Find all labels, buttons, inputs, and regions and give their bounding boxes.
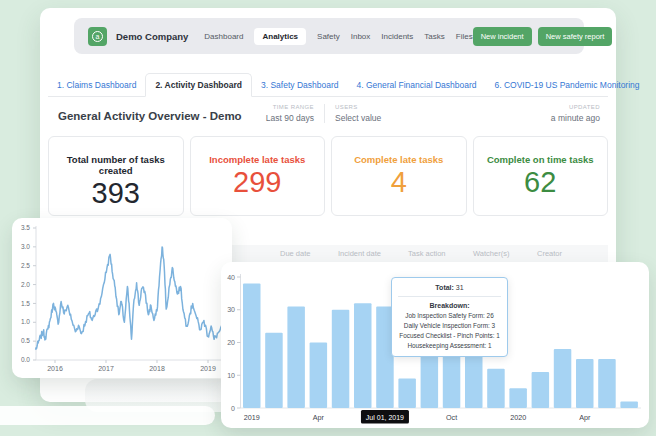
- nav-buttons: New incident New safety report: [473, 27, 613, 46]
- svg-text:3.0: 3.0: [21, 243, 30, 250]
- users-control: USERS Select value: [324, 104, 391, 123]
- nav-item-tasks[interactable]: Tasks: [424, 32, 444, 41]
- stat-label: Incomplete late tasks: [191, 154, 325, 165]
- tooltip-line: Housekeeping Assessment: 1: [394, 341, 505, 351]
- stat-label: Complete on time tasks: [474, 154, 608, 165]
- svg-text:2017: 2017: [98, 365, 114, 372]
- new-safety-report-button[interactable]: New safety report: [538, 27, 613, 46]
- svg-text:2.0: 2.0: [21, 281, 30, 288]
- svg-text:20: 20: [227, 339, 235, 346]
- brand-name: Demo Company: [116, 31, 188, 42]
- stat-card-incomplete-late: Incomplete late tasks 299: [190, 136, 326, 216]
- svg-text:30: 30: [227, 306, 235, 313]
- overview-header: General Activity Overview - Demo TIME RA…: [58, 102, 600, 132]
- stat-card-complete-late: Complete late tasks 4: [331, 136, 467, 216]
- svg-text:2016: 2016: [47, 365, 63, 372]
- dashboard-tabs: 1. Claims Dashboard 2. Activity Dashboar…: [48, 74, 608, 97]
- tooltip-line: Job Inspection Safety Form: 26: [394, 311, 505, 321]
- bar-chart-card: 0102030402019AprJul 01, 2019Oct2020Apr T…: [221, 262, 649, 428]
- nav-item-safety[interactable]: Safety: [317, 32, 340, 41]
- nav-item-analytics[interactable]: Analytics: [254, 28, 306, 45]
- stat-value: 4: [332, 166, 466, 199]
- nav-items: Dashboard Analytics Safety Inbox Inciden…: [204, 28, 472, 45]
- tooltip-total: Total: 31: [394, 284, 505, 291]
- stat-value: 393: [49, 177, 183, 210]
- tooltip-line: Focused Checklist - Pinch Points: 1: [394, 331, 505, 341]
- column-incident-date: Incident date: [338, 245, 381, 262]
- svg-text:2018: 2018: [149, 365, 165, 372]
- column-due-date: Due date: [280, 245, 310, 262]
- tab-safety-dashboard[interactable]: 3. Safety Dashboard: [252, 74, 348, 96]
- svg-text:0.0: 0.0: [21, 356, 30, 363]
- updated-info: UPDATED a minute ago: [551, 104, 600, 123]
- svg-text:1.5: 1.5: [21, 300, 30, 307]
- tab-covid19-monitoring[interactable]: 6. COVID-19 US Pandemic Monitoring: [486, 74, 649, 96]
- new-incident-button[interactable]: New incident: [473, 27, 532, 46]
- column-task-action: Task action: [408, 245, 446, 262]
- users-select[interactable]: Select value: [335, 113, 381, 123]
- updated-value: a minute ago: [551, 113, 600, 123]
- svg-text:0.5: 0.5: [21, 337, 30, 344]
- nav-item-incidents[interactable]: Incidents: [381, 32, 413, 41]
- svg-text:1.0: 1.0: [21, 318, 30, 325]
- background-strip: [0, 406, 215, 425]
- overview-controls: TIME RANGE Last 90 days USERS Select val…: [254, 104, 391, 123]
- tooltip-breakdown-label: Breakdown:: [394, 302, 505, 309]
- tooltip-line: Daily Vehicle Inspection Form: 3: [394, 321, 505, 331]
- page: { "theme": { "background": "#d9ecdf", "a…: [0, 0, 656, 436]
- stat-card-complete-on-time: Complete on time tasks 62: [473, 136, 609, 216]
- top-navbar: a Demo Company Dashboard Analytics Safet…: [74, 18, 584, 54]
- users-label: USERS: [335, 104, 381, 110]
- tab-activity-dashboard[interactable]: 2. Activity Dashboard: [145, 73, 252, 97]
- svg-text:Oct: Oct: [446, 413, 457, 422]
- svg-text:2019: 2019: [200, 365, 216, 372]
- page-title: General Activity Overview - Demo: [58, 110, 242, 122]
- column-creator: Creator: [537, 245, 562, 262]
- svg-text:10: 10: [227, 372, 235, 379]
- logo-letter: a: [92, 31, 103, 42]
- time-range-label: TIME RANGE: [264, 104, 314, 110]
- stat-value: 62: [474, 166, 608, 199]
- column-watchers: Watcher(s): [473, 245, 509, 262]
- updated-label: UPDATED: [551, 104, 600, 110]
- line-chart-card: 0.00.51.01.52.02.53.03.52016201720182019: [12, 218, 232, 378]
- svg-text:0: 0: [231, 405, 235, 412]
- stat-value: 299: [191, 166, 325, 199]
- stat-label: Total number of tasks created: [49, 154, 183, 176]
- time-range-select[interactable]: Last 90 days: [264, 113, 314, 123]
- svg-text:Jul 01, 2019: Jul 01, 2019: [366, 414, 404, 421]
- bar-tooltip: Total: 31 Breakdown: Job Inspection Safe…: [391, 277, 508, 357]
- svg-text:Apr: Apr: [579, 413, 591, 422]
- nav-item-dashboard[interactable]: Dashboard: [204, 32, 243, 41]
- svg-text:2.5: 2.5: [21, 262, 30, 269]
- tab-claims-dashboard[interactable]: 1. Claims Dashboard: [48, 74, 145, 96]
- svg-text:3.5: 3.5: [21, 224, 30, 231]
- svg-text:2019: 2019: [244, 413, 260, 422]
- nav-item-files[interactable]: Files: [456, 32, 473, 41]
- svg-text:Apr: Apr: [313, 413, 325, 422]
- stat-label: Complete late tasks: [332, 154, 466, 165]
- svg-text:2020: 2020: [510, 413, 526, 422]
- svg-text:40: 40: [227, 274, 235, 281]
- line-chart-svg[interactable]: 0.00.51.01.52.02.53.03.52016201720182019: [12, 218, 232, 378]
- nav-item-inbox[interactable]: Inbox: [351, 32, 371, 41]
- stat-cards: Total number of tasks created 393 Incomp…: [48, 136, 608, 216]
- time-range-control: TIME RANGE Last 90 days: [254, 104, 324, 123]
- stat-card-total-created: Total number of tasks created 393: [48, 136, 184, 216]
- tooltip-separator: [398, 296, 501, 297]
- tab-general-financial-dashboard[interactable]: 4. General Financial Dashboard: [347, 74, 485, 96]
- company-logo-icon[interactable]: a: [88, 27, 107, 46]
